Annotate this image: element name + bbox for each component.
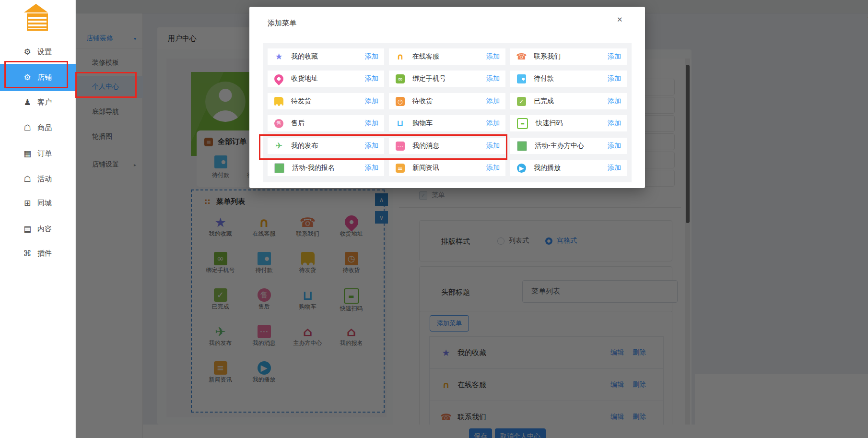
add-link[interactable]: 添加 (608, 164, 621, 172)
modal-menu-item: ★我的收藏添加 (268, 48, 384, 65)
add-link[interactable]: 添加 (608, 97, 621, 106)
truck-icon (274, 97, 283, 106)
content-icon: ▤ (22, 224, 33, 234)
phone-icon: ☎ (517, 52, 526, 61)
modal-menu-item: ✈我的发布添加 (268, 138, 384, 154)
sidebar-item-1[interactable]: ⚙设置 (0, 39, 76, 65)
modal-menu-item: ◷待收货添加 (389, 93, 505, 109)
add-link[interactable]: 添加 (608, 142, 621, 150)
modal-menu-label: 活动-我的报名 (292, 164, 365, 172)
modal-menu-item: 待付款添加 (510, 71, 627, 87)
news-icon: ≡ (396, 164, 405, 173)
message-icon: ⋯ (396, 142, 405, 151)
modal-menu-item: ∞绑定手机号添加 (389, 71, 505, 87)
modal-menu-item: 待发货添加 (268, 93, 384, 109)
add-link[interactable]: 添加 (365, 74, 378, 83)
add-link[interactable]: 添加 (365, 142, 378, 150)
sidebar-item-5[interactable]: ▦订单 (0, 141, 76, 166)
sidebar-item-label: 客户 (37, 98, 52, 107)
sidebar-item-label: 内容 (37, 225, 52, 234)
sidebar-item-6[interactable]: ☖活动 (0, 166, 76, 192)
close-icon[interactable]: ✕ (617, 15, 623, 24)
scan-icon: ▬ (517, 118, 528, 129)
gear-icon: ⚙ (22, 47, 33, 57)
modal-menu-label: 绑定手机号 (412, 74, 486, 83)
add-link[interactable]: 添加 (486, 52, 500, 61)
modal-menu-item: ▶我的播放添加 (510, 160, 627, 176)
headset-icon: ∩ (396, 52, 405, 61)
shop-icon: ⚙ (22, 72, 33, 83)
add-link[interactable]: 添加 (486, 74, 500, 83)
sidebar-item-label: 订单 (37, 149, 52, 158)
sidebar-item-8[interactable]: ▤内容 (0, 216, 76, 242)
inbox-clock-icon: ◷ (396, 97, 405, 106)
play-icon: ▶ (517, 164, 526, 173)
add-link[interactable]: 添加 (486, 164, 500, 172)
sidebar-item-2[interactable]: ⚙店铺 (0, 64, 76, 91)
sidebar-item-label: 商品 (37, 123, 52, 132)
add-link[interactable]: 添加 (486, 119, 500, 128)
city-icon: ⊞ (22, 198, 33, 208)
modal-menu-label: 联系我们 (534, 52, 608, 61)
modal-menu-label: 我的消息 (412, 142, 486, 150)
modal-menu-label: 我的收藏 (291, 52, 365, 61)
modal-menu-item: ⋯我的消息添加 (389, 138, 505, 154)
modal-menu-item: 售售后添加 (268, 115, 384, 131)
sidebar-item-label: 插件 (37, 249, 52, 258)
modal-menu-item: ⊔购物车添加 (389, 115, 505, 131)
add-link[interactable]: 添加 (365, 97, 378, 106)
app-root: 消息提醒 ▾ ad 店铺装修 ▾ 装修模板个人中心底部导航轮播图店铺设置▸ 用户… (0, 0, 868, 438)
wallet-icon (517, 74, 526, 83)
paper-plane-icon: ✈ (274, 142, 283, 151)
sidebar-item-9[interactable]: ⌘插件 (0, 241, 76, 266)
modal-menu-label: 我的播放 (534, 164, 608, 172)
app-logo-icon (21, 4, 51, 29)
modal-menu-label: 待发货 (291, 97, 365, 106)
modal-menu-item: ✓已完成添加 (510, 93, 627, 109)
cart-icon: ⊔ (396, 119, 405, 128)
add-link[interactable]: 添加 (365, 52, 378, 61)
modal-menu-label: 快速扫码 (536, 119, 608, 128)
main-sidebar: ⚙设置⚙店铺♟客户☖商品▦订单☖活动⊞同城▤内容⌘插件 (0, 0, 76, 438)
modal-menu-label: 我的发布 (291, 142, 365, 150)
sidebar-item-label: 店铺 (37, 73, 52, 82)
add-link[interactable]: 添加 (608, 52, 621, 61)
modal-menu-item: ≡新闻资讯添加 (389, 160, 505, 176)
pin-icon (272, 72, 285, 85)
modal-menu-item: 收货地址添加 (268, 71, 384, 87)
add-link[interactable]: 添加 (486, 97, 500, 106)
modal-menu-label: 已完成 (534, 97, 608, 106)
add-link[interactable]: 添加 (365, 164, 378, 172)
customer-icon: ♟ (22, 97, 33, 107)
sidebar-item-label: 同城 (37, 199, 52, 208)
sidebar-item-4[interactable]: ☖商品 (0, 115, 76, 141)
modal-menu-label: 在线客服 (412, 52, 486, 61)
modal-menu-label: 待付款 (534, 74, 608, 83)
sidebar-item-7[interactable]: ⊞同城 (0, 190, 76, 216)
modal-menu-label: 收货地址 (291, 74, 365, 83)
modal-menu-label: 购物车 (412, 119, 486, 128)
modal-menu-label: 售后 (291, 119, 365, 128)
link-icon: ∞ (396, 74, 405, 83)
add-link[interactable]: 添加 (365, 119, 378, 128)
modal-menu-item: 活动-主办方中心添加 (510, 138, 627, 154)
modal-menu-label: 活动-主办方中心 (535, 142, 608, 150)
aftersale-icon: 售 (274, 119, 283, 128)
modal-menu-item: 活动-我的报名添加 (268, 160, 384, 176)
activity-icon: ☖ (22, 174, 33, 184)
check-square-icon: ✓ (517, 97, 526, 106)
goods-icon: ☖ (22, 123, 33, 133)
add-link[interactable]: 添加 (486, 142, 500, 150)
photo-icon (517, 141, 527, 151)
order-icon: ▦ (22, 149, 33, 159)
add-link[interactable]: 添加 (608, 74, 621, 83)
star-icon: ★ (274, 52, 283, 61)
add-link[interactable]: 添加 (608, 119, 621, 128)
sidebar-item-label: 活动 (37, 175, 52, 184)
sidebar-item-3[interactable]: ♟客户 (0, 90, 76, 115)
modal-menu-label: 待收货 (412, 97, 486, 106)
add-menu-modal: 添加菜单 ✕ ★我的收藏添加∩在线客服添加☎联系我们添加收货地址添加∞绑定手机号… (249, 7, 645, 188)
modal-title: 添加菜单 (268, 19, 296, 28)
modal-menu-item: ▬快速扫码添加 (510, 115, 627, 131)
plugin-icon: ⌘ (22, 249, 33, 259)
